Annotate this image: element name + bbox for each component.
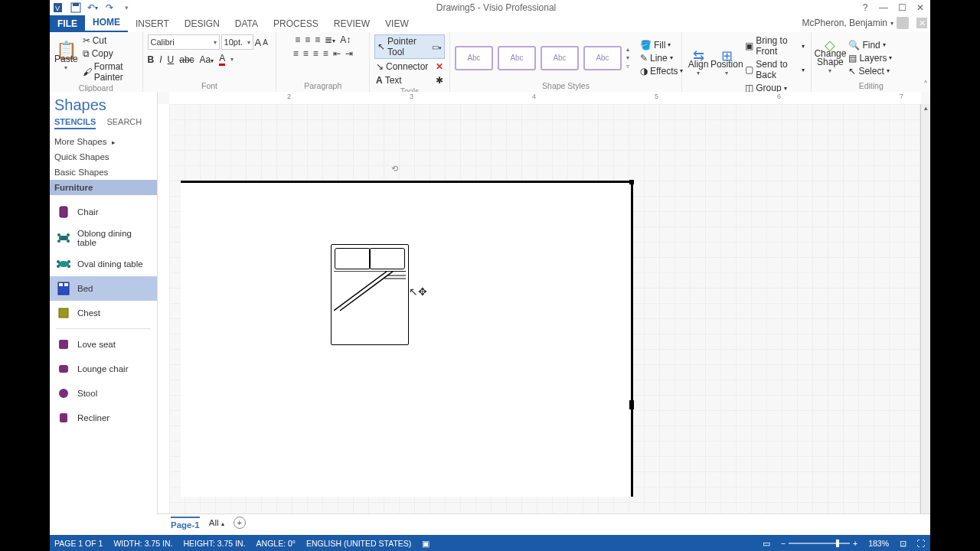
basic-shapes-category[interactable]: Basic Shapes [50,165,157,180]
restore-button[interactable]: ☐ [897,2,907,13]
change-shape-button[interactable]: ◇Change Shape▾ [816,41,844,75]
save-icon[interactable] [70,2,82,14]
styles-more-icon[interactable]: ▿ [626,63,629,70]
quick-shapes-category[interactable]: Quick Shapes [50,149,157,165]
line-button[interactable]: ✎Line▾ [639,52,684,64]
bullets-button[interactable]: ≣▾ [325,34,335,45]
shape-style-1[interactable]: Abc [455,46,493,70]
align-middle-button[interactable]: ≡ [305,34,310,45]
tab-view[interactable]: VIEW [377,15,416,32]
shape-style-2[interactable]: Abc [498,46,536,70]
grow-font-icon[interactable]: A [255,37,262,48]
align-left-button[interactable]: ≡ [293,48,299,59]
align-right-button[interactable]: ≡ [313,48,318,59]
tab-review[interactable]: REVIEW [326,15,377,32]
styles-down-icon[interactable]: ▾ [626,54,629,61]
send-to-back-button[interactable]: ▢Send to Back▾ [743,58,806,81]
page-tab-all[interactable]: All ▴ [209,518,224,527]
drawing-grid[interactable]: ⟲ [169,104,921,520]
align-menu-button[interactable]: ⇆Align▾ [687,52,710,77]
connector-tool-button[interactable]: ↘Connector✕ [374,60,445,73]
italic-button[interactable]: I [159,54,162,65]
vscroll-thumb[interactable] [923,109,929,352]
shape-love-seat[interactable]: Love seat [50,332,157,357]
underline-button[interactable]: U [168,54,175,65]
effects-button[interactable]: ◑Effects▾ [639,65,684,77]
styles-up-icon[interactable]: ▴ [626,46,629,53]
pointer-tool-button[interactable]: ↖Pointer Tool▭▾ [374,34,445,59]
search-tab[interactable]: SEARCH [106,117,142,129]
zoom-out-icon[interactable]: − [781,539,786,548]
fill-button[interactable]: 🪣Fill▾ [639,39,684,51]
furniture-category[interactable]: Furniture [50,180,157,195]
tab-data[interactable]: DATA [227,15,266,32]
minimize-button[interactable]: — [878,2,889,13]
collapse-ribbon-icon[interactable]: ˄ [923,80,928,90]
delete-connector-icon[interactable]: ✕ [436,61,443,72]
add-page-button[interactable]: + [234,517,246,529]
font-family-select[interactable]: Calibri▾ [148,34,220,50]
status-language[interactable]: ENGLISH (UNITED STATES) [306,539,411,548]
shape-stool[interactable]: Stool [50,381,157,406]
justify-button[interactable]: ≡ [323,48,328,59]
shape-chest[interactable]: Chest [50,301,157,325]
shape-oblong-table[interactable]: Oblong dining table [50,224,157,252]
selection-handle[interactable] [629,180,634,184]
selection-handle[interactable] [629,400,634,409]
bring-to-front-button[interactable]: ▣Bring to Front▾ [743,34,806,57]
connection-point-icon[interactable]: ✱ [436,75,443,86]
paste-button[interactable]: 📋 Paste ▾ [54,46,78,72]
stencils-tab[interactable]: STENCILS [54,117,96,129]
undo-icon[interactable]: ↶▾ [87,2,99,14]
user-avatar-icon[interactable] [897,17,909,29]
cut-button[interactable]: ✂Cut [81,34,138,47]
tab-design[interactable]: DESIGN [177,15,227,32]
bed-shape-on-canvas[interactable] [331,244,409,345]
zoom-slider[interactable]: − + [781,539,858,548]
zoom-level[interactable]: 183% [868,539,889,548]
fullscreen-icon[interactable]: ⛶ [917,539,926,548]
presentation-mode-icon[interactable]: ▭ [763,539,770,548]
drawing-page[interactable]: ↖✥ [181,181,633,497]
font-size-select[interactable]: 10pt.▾ [221,34,253,50]
align-center-button[interactable]: ≡ [303,48,309,59]
increase-indent-button[interactable]: ⇥ [345,48,353,59]
redo-icon[interactable]: ↷ [103,2,116,14]
tab-insert[interactable]: INSERT [128,15,177,32]
strikethrough-button[interactable]: abc [179,54,194,65]
user-name[interactable]: McPheron, Benjamin [802,18,887,28]
shape-bed[interactable]: Bed [50,276,157,301]
decrease-indent-button[interactable]: ⇤ [333,48,341,59]
select-button[interactable]: ↖Select▾ [847,65,893,77]
close-button[interactable]: ✕ [915,2,926,13]
vertical-scrollbar[interactable]: ▴ ▾ [920,104,930,520]
shape-recliner[interactable]: Recliner [50,406,157,430]
page-tab-1[interactable]: Page-1 [171,517,200,530]
tab-process[interactable]: PROCESS [266,15,326,32]
tab-file[interactable]: FILE [50,15,85,32]
copy-button[interactable]: ⧉Copy [81,47,138,60]
qat-customize-icon[interactable]: ▾ [120,2,132,14]
find-button[interactable]: 🔍Find▾ [847,39,893,51]
rotation-handle-icon[interactable]: ⟲ [391,164,398,174]
text-tool-button[interactable]: AText✱ [374,74,445,86]
zoom-in-icon[interactable]: + [853,539,858,548]
shape-oval-table[interactable]: Oval dining table [50,252,157,276]
bold-button[interactable]: B [148,54,155,65]
tab-home[interactable]: HOME [85,14,128,32]
text-direction-button[interactable]: A↕ [340,34,351,45]
format-painter-button[interactable]: 🖌Format Painter [81,60,138,83]
shape-chair[interactable]: Chair [50,200,157,224]
layers-button[interactable]: ▤Layers▾ [847,52,893,64]
shape-style-3[interactable]: Abc [541,46,579,70]
shape-style-4[interactable]: Abc [583,46,622,70]
align-top-button[interactable]: ≡ [295,34,300,45]
macro-record-icon[interactable]: ▣ [422,539,430,548]
font-color-button[interactable]: A [219,53,225,66]
fit-page-icon[interactable]: ⊡ [900,539,906,548]
help-icon[interactable]: ? [860,2,871,13]
shape-lounge-chair[interactable]: Lounge chair [50,357,157,381]
subwindow-close-button[interactable]: ✕ [916,18,927,28]
more-shapes-link[interactable]: More Shapes ▸ [50,134,157,149]
change-case-button[interactable]: Aa▾ [200,54,214,65]
